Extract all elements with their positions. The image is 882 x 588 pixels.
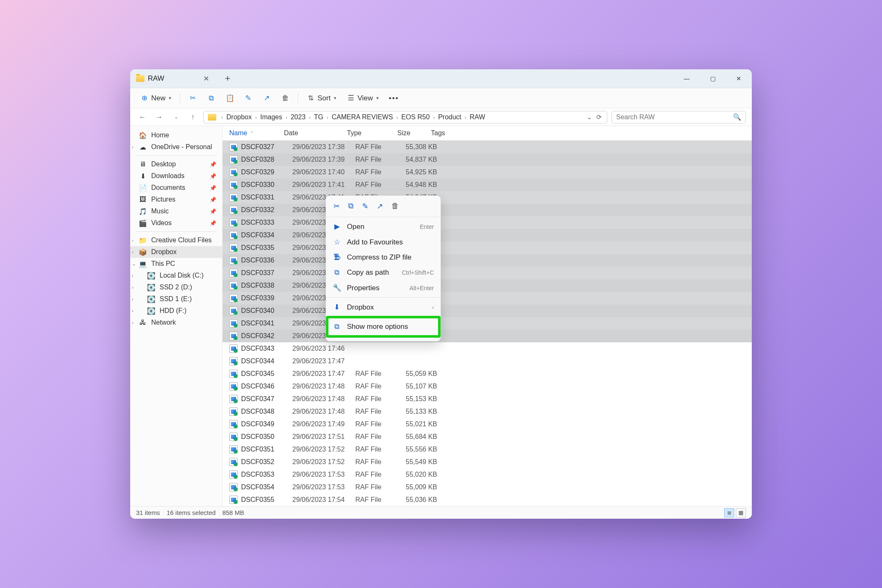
file-row[interactable]: DSCF034129/06/2023 17:45 [223, 317, 752, 330]
crumb-raw[interactable]: RAW [468, 113, 487, 121]
crumb-dropbox[interactable]: Dropbox [225, 113, 253, 121]
file-row[interactable]: DSCF034029/06/2023 17:44 [223, 304, 752, 317]
file-row[interactable]: DSCF034729/06/2023 17:48RAF File55,153 K… [223, 393, 752, 405]
share-button[interactable]: ↗ [258, 92, 275, 105]
ctx-dropbox[interactable]: ⬇Dropbox› [326, 299, 441, 315]
sidebar-drive-3[interactable]: ›💽HDD (F:) [130, 305, 222, 317]
new-button[interactable]: ⊕ New ▾ [136, 92, 176, 105]
file-row[interactable]: DSCF033529/06/2023 17:43 [223, 242, 752, 254]
ctx-zip[interactable]: 🗜Compress to ZIP file [326, 250, 441, 265]
ctx-cut-icon[interactable]: ✂ [333, 202, 340, 211]
sidebar-dropbox[interactable]: ›📦Dropbox [130, 246, 222, 258]
file-row[interactable]: DSCF034329/06/2023 17:46 [223, 342, 752, 355]
column-headers[interactable]: Name˄ Date Type Size Tags [223, 126, 752, 141]
file-row[interactable]: DSCF032929/06/2023 17:40RAF File54,925 K… [223, 166, 752, 178]
paste-icon: 📋 [226, 94, 234, 102]
breadcrumb[interactable]: › Dropbox›Images›2023›TG›CAMERA REVIEWS›… [203, 111, 607, 123]
back-button[interactable]: ← [136, 111, 149, 123]
file-row[interactable]: DSCF034829/06/2023 17:48RAF File55,133 K… [223, 405, 752, 418]
file-row[interactable]: DSCF034529/06/2023 17:47RAF File55,059 K… [223, 368, 752, 380]
sidebar-home[interactable]: 🏠Home [130, 129, 222, 141]
sidebar-desktop[interactable]: 🖥Desktop📌 [130, 158, 222, 170]
file-row[interactable]: DSCF033729/06/2023 17:43 [223, 267, 752, 279]
file-row[interactable]: DSCF033029/06/2023 17:41RAF File54,948 K… [223, 178, 752, 191]
maximize-button[interactable]: ▢ [700, 69, 726, 88]
sidebar-music[interactable]: 🎵Music📌 [130, 205, 222, 217]
ctx-rename-icon[interactable]: ✎ [362, 202, 368, 211]
copy-button[interactable]: ⧉ [203, 92, 220, 105]
close-button[interactable]: ✕ [726, 69, 752, 88]
file-row[interactable]: DSCF034629/06/2023 17:48RAF File55,107 K… [223, 380, 752, 393]
search-box[interactable]: 🔍 [612, 111, 746, 123]
sidebar-thispc[interactable]: ⌄💻This PC [130, 258, 222, 270]
crumb-camera-reviews[interactable]: CAMERA REVIEWS [330, 113, 395, 121]
file-row[interactable]: DSCF035229/06/2023 17:52RAF File55,549 K… [223, 456, 752, 468]
tab-close-icon[interactable]: ✕ [201, 73, 212, 85]
file-row[interactable]: DSCF035429/06/2023 17:53RAF File55,009 K… [223, 481, 752, 494]
file-row[interactable]: DSCF032829/06/2023 17:39RAF File54,837 K… [223, 153, 752, 166]
delete-button[interactable]: 🗑 [277, 92, 294, 105]
file-row[interactable]: DSCF033129/06/2023 17:41RAF File54,947 K… [223, 191, 752, 204]
file-row[interactable]: DSCF035529/06/2023 17:54RAF File55,036 K… [223, 494, 752, 506]
ctx-favourite[interactable]: ☆Add to Favourites [326, 234, 441, 250]
up-button[interactable]: ↑ [186, 111, 199, 123]
forward-button[interactable]: → [153, 111, 165, 123]
search-input[interactable] [616, 113, 733, 121]
sidebar-documents[interactable]: 📄Documents📌 [130, 182, 222, 194]
ctx-show-more[interactable]: ⧉Show more options [328, 318, 438, 335]
more-button[interactable]: ••• [385, 92, 403, 105]
file-row[interactable]: DSCF033429/06/2023 17:43RAF File55,114 K… [223, 229, 752, 242]
ctx-copy-icon[interactable]: ⧉ [348, 202, 354, 211]
sidebar-videos[interactable]: 🎬Videos📌 [130, 217, 222, 229]
file-row[interactable]: DSCF035029/06/2023 17:51RAF File55,684 K… [223, 430, 752, 443]
file-row[interactable]: DSCF034229/06/2023 17:46 [223, 330, 752, 342]
minimize-button[interactable]: — [674, 69, 700, 88]
sidebar-downloads[interactable]: ⬇Downloads📌 [130, 170, 222, 182]
sidebar-drive-0[interactable]: ›💽Local Disk (C:) [130, 270, 222, 281]
recent-button[interactable]: ⌄ [170, 111, 182, 123]
file-row[interactable]: DSCF035129/06/2023 17:52RAF File55,556 K… [223, 443, 752, 456]
sidebar-ccf[interactable]: ›📁Creative Cloud Files [130, 234, 222, 246]
ctx-open[interactable]: ▶OpenEnter [326, 219, 441, 234]
sidebar-pictures[interactable]: 🖼Pictures📌 [130, 194, 222, 205]
file-row[interactable]: DSCF032729/06/2023 17:38RAF File55,308 K… [223, 141, 752, 153]
pin-icon: 📌 [210, 220, 216, 226]
sidebar-drive-1[interactable]: ›💽SSD 2 (D:) [130, 281, 222, 293]
file-row[interactable]: DSCF033229/06/2023 17:42RAF File55,256 K… [223, 204, 752, 216]
crumb-product[interactable]: Product [436, 113, 463, 121]
ctx-delete-icon[interactable]: 🗑 [391, 202, 399, 211]
details-view-button[interactable]: ≣ [724, 508, 734, 517]
raf-file-icon [229, 269, 238, 277]
history-chevron-icon[interactable]: ⌄ [587, 113, 592, 121]
crumb-2023[interactable]: 2023 [289, 113, 307, 121]
file-row[interactable]: DSCF035329/06/2023 17:53RAF File55,020 K… [223, 468, 752, 481]
raf-file-icon [229, 370, 238, 378]
file-row[interactable]: DSCF034429/06/2023 17:47 [223, 355, 752, 368]
view-button[interactable]: ☰ View ▾ [342, 92, 383, 105]
pin-icon: 📌 [210, 208, 216, 215]
sidebar-onedrive[interactable]: ›☁OneDrive - Personal [130, 141, 222, 153]
file-row[interactable]: DSCF033329/06/2023 17:42RAF File55,093 K… [223, 216, 752, 229]
new-tab-button[interactable]: + [218, 69, 237, 88]
sort-button[interactable]: ⇅ Sort ▾ [302, 92, 341, 105]
file-row[interactable]: DSCF033629/06/2023 17:43 [223, 254, 752, 267]
crumb-images[interactable]: Images [258, 113, 284, 121]
sidebar-network[interactable]: ›🖧Network [130, 317, 222, 328]
crumb-eos-r50[interactable]: EOS R50 [400, 113, 432, 121]
thumbnails-view-button[interactable]: ▦ [736, 508, 746, 517]
ctx-properties[interactable]: 🔧PropertiesAlt+Enter [326, 280, 441, 296]
file-row[interactable]: DSCF033829/06/2023 17:44 [223, 279, 752, 292]
file-row[interactable]: DSCF034929/06/2023 17:49RAF File55,021 K… [223, 418, 752, 430]
file-row[interactable]: DSCF033929/06/2023 17:44 [223, 292, 752, 304]
cut-button[interactable]: ✂ [184, 92, 201, 105]
ctx-share-icon[interactable]: ↗ [377, 202, 383, 211]
rename-button[interactable]: ✎ [240, 92, 257, 105]
raf-file-icon [229, 420, 238, 428]
file-list[interactable]: DSCF032729/06/2023 17:38RAF File55,308 K… [223, 141, 752, 506]
tab-raw[interactable]: RAW ✕ [130, 69, 218, 88]
crumb-tg[interactable]: TG [312, 113, 325, 121]
refresh-icon[interactable]: ⟳ [596, 113, 602, 121]
paste-button[interactable]: 📋 [221, 92, 238, 105]
ctx-copy-path[interactable]: ⧉Copy as pathCtrl+Shift+C [326, 265, 441, 280]
sidebar-drive-2[interactable]: ›💽SSD 1 (E:) [130, 293, 222, 305]
